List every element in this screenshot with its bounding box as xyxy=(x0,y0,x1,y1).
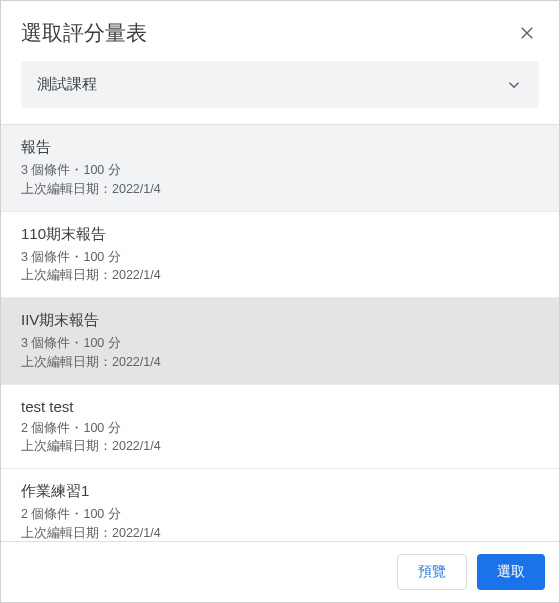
course-selector-wrap: 測試課程 xyxy=(1,61,559,124)
course-dropdown[interactable]: 測試課程 xyxy=(21,61,539,108)
dialog-title: 選取評分量表 xyxy=(21,19,147,47)
list-item[interactable]: 報告3 個條件・100 分上次編輯日期：2022/1/4 xyxy=(1,125,559,212)
item-last-edited: 上次編輯日期：2022/1/4 xyxy=(21,353,539,372)
preview-button[interactable]: 預覽 xyxy=(397,554,467,590)
item-title: test test xyxy=(21,398,539,415)
dialog-header: 選取評分量表 xyxy=(1,1,559,61)
item-criteria: 2 個條件・100 分 xyxy=(21,505,539,524)
item-criteria: 3 個條件・100 分 xyxy=(21,161,539,180)
list-item[interactable]: 作業練習12 個條件・100 分上次編輯日期：2022/1/4 xyxy=(1,469,559,541)
item-last-edited: 上次編輯日期：2022/1/4 xyxy=(21,437,539,456)
item-last-edited: 上次編輯日期：2022/1/4 xyxy=(21,266,539,285)
close-icon xyxy=(518,24,536,42)
close-button[interactable] xyxy=(515,21,539,45)
dialog-footer: 預覽 選取 xyxy=(1,541,559,602)
item-criteria: 3 個條件・100 分 xyxy=(21,248,539,267)
item-last-edited: 上次編輯日期：2022/1/4 xyxy=(21,524,539,541)
list-item[interactable]: IIV期末報告3 個條件・100 分上次編輯日期：2022/1/4 xyxy=(1,298,559,385)
item-title: 110期末報告 xyxy=(21,225,539,244)
list-item[interactable]: 110期末報告3 個條件・100 分上次編輯日期：2022/1/4 xyxy=(1,212,559,299)
item-title: 報告 xyxy=(21,138,539,157)
item-title: IIV期末報告 xyxy=(21,311,539,330)
item-criteria: 3 個條件・100 分 xyxy=(21,334,539,353)
item-last-edited: 上次編輯日期：2022/1/4 xyxy=(21,180,539,199)
item-criteria: 2 個條件・100 分 xyxy=(21,419,539,438)
course-dropdown-value: 測試課程 xyxy=(37,75,97,94)
chevron-down-icon xyxy=(505,76,523,94)
item-title: 作業練習1 xyxy=(21,482,539,501)
rubric-list: 報告3 個條件・100 分上次編輯日期：2022/1/4110期末報告3 個條件… xyxy=(1,124,559,541)
select-button[interactable]: 選取 xyxy=(477,554,545,590)
list-item[interactable]: test test2 個條件・100 分上次編輯日期：2022/1/4 xyxy=(1,385,559,470)
